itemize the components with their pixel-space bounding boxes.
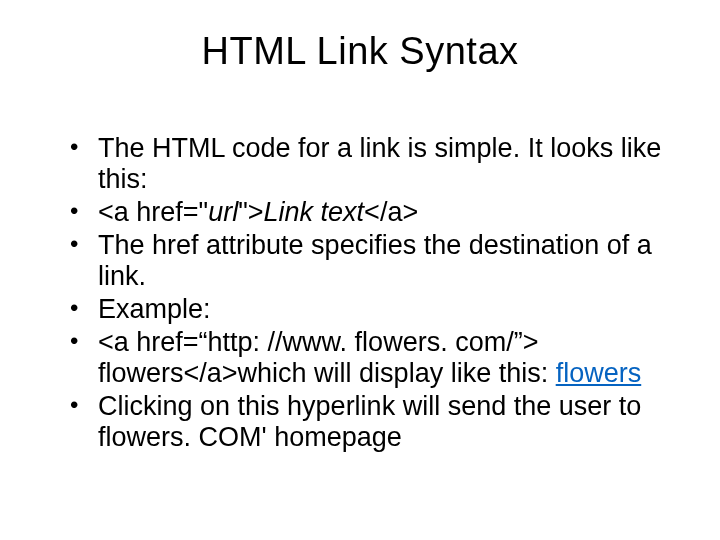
slide-title: HTML Link Syntax [40, 30, 680, 73]
list-item: <a href=“http: //www. flowers. com/”> fl… [70, 327, 670, 389]
bullet-text: The href attribute specifies the destina… [98, 230, 652, 291]
code-italic: Link text [264, 197, 365, 227]
bullet-text: Clicking on this hyperlink will send the… [98, 391, 641, 452]
bullet-text: The HTML code for a link is simple. It l… [98, 133, 661, 194]
hyperlink-example[interactable]: flowers [556, 358, 642, 388]
list-item: <a href="url">Link text</a> [70, 197, 670, 228]
list-item: Clicking on this hyperlink will send the… [70, 391, 670, 453]
list-item: Example: [70, 294, 670, 325]
code-italic: url [208, 197, 238, 227]
list-item: The HTML code for a link is simple. It l… [70, 133, 670, 195]
code-fragment: </a> [364, 197, 418, 227]
bullet-list: The HTML code for a link is simple. It l… [70, 133, 670, 453]
list-item: The href attribute specifies the destina… [70, 230, 670, 292]
slide: HTML Link Syntax The HTML code for a lin… [0, 0, 720, 540]
code-fragment: "> [238, 197, 263, 227]
bullet-text: Example: [98, 294, 211, 324]
code-fragment: <a href=" [98, 197, 208, 227]
bullet-text: <a href=“http: //www. flowers. com/”> fl… [98, 327, 556, 388]
